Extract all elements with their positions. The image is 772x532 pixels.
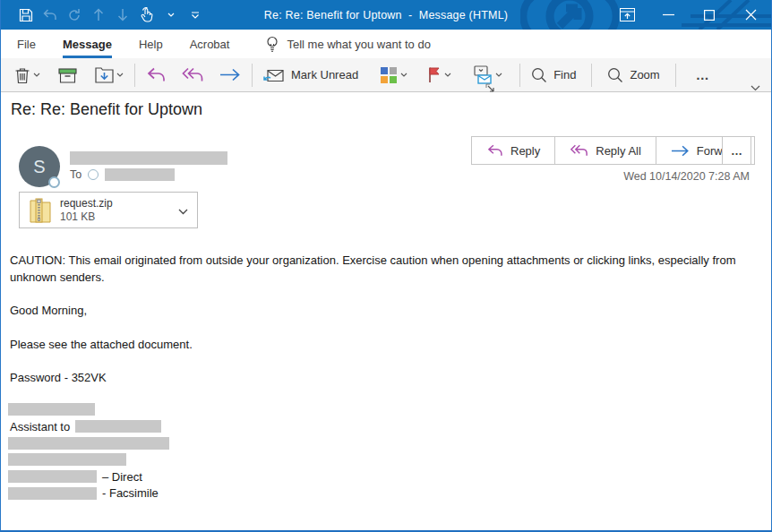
- ribbon-separator: [675, 64, 676, 87]
- tell-me-label: Tell me what you want to do: [287, 38, 430, 51]
- move-folder-icon: [95, 66, 114, 83]
- move-dropdown-icon[interactable]: [116, 73, 124, 77]
- signature-line: Assistant to: [8, 418, 169, 435]
- attachment-name: request.zip: [60, 197, 113, 210]
- message-actions: Reply Reply All Forward: [471, 136, 755, 165]
- search-icon: [531, 67, 547, 83]
- find-label: Find: [553, 68, 576, 82]
- ribbon-display-options-icon[interactable]: [606, 0, 648, 30]
- attachment-size: 101 KB: [60, 210, 113, 224]
- tab-message[interactable]: Message: [63, 30, 112, 58]
- close-icon[interactable]: [730, 0, 771, 30]
- zoom-label: Zoom: [630, 68, 659, 82]
- signature-facsimile-label: - Facsimile: [100, 486, 160, 500]
- recipient-name-redacted: [105, 168, 175, 181]
- ribbon-separator: [252, 64, 253, 87]
- recipient-row: To: [70, 168, 175, 181]
- body-password: Password - 352VK: [10, 371, 107, 384]
- lightbulb-icon: [266, 36, 279, 52]
- mark-unread-label: Mark Unread: [291, 68, 358, 82]
- undo-icon[interactable]: [38, 4, 62, 26]
- attachment-meta: request.zip 101 KB: [60, 197, 113, 224]
- follow-up-button[interactable]: [423, 62, 456, 89]
- follow-up-dropdown-icon[interactable]: [444, 73, 451, 77]
- move-up-icon[interactable]: [86, 4, 110, 26]
- attachment-dropdown-icon[interactable]: [178, 202, 188, 219]
- window-controls: [606, 0, 771, 30]
- collapse-ribbon-icon[interactable]: [751, 79, 760, 95]
- caution-banner-text: CAUTION: This email originated from outs…: [10, 252, 744, 286]
- delete-button[interactable]: [10, 62, 45, 89]
- signature-line: [8, 401, 169, 418]
- zoom-magnifier-icon: [607, 67, 623, 83]
- redacted-text: [8, 487, 97, 500]
- reply-all-icon: [182, 67, 203, 82]
- reply-icon: [146, 67, 166, 82]
- move-down-icon[interactable]: [110, 4, 134, 26]
- tags-group: Mark Unread: [259, 58, 507, 91]
- minimize-icon[interactable]: [648, 0, 689, 30]
- reply-label: Reply: [510, 144, 540, 158]
- more-actions-button[interactable]: …: [722, 136, 751, 165]
- signature-line: [8, 434, 169, 451]
- trash-icon: [14, 66, 30, 84]
- find-button[interactable]: Find: [527, 62, 580, 89]
- redacted-text: [8, 470, 97, 483]
- recipient-presence-icon: [88, 169, 99, 180]
- delete-group: [10, 58, 128, 91]
- quick-access-toolbar: [13, 4, 207, 26]
- redacted-text: [75, 420, 161, 433]
- touch-mouse-mode-icon[interactable]: [134, 4, 159, 26]
- message-date: Wed 10/14/2020 7:28 AM: [623, 170, 750, 183]
- reply-all-label: Reply All: [596, 144, 641, 158]
- signature-line: – Direct: [8, 468, 169, 485]
- touch-mode-dropdown-icon[interactable]: [159, 4, 183, 26]
- tab-file[interactable]: File: [17, 30, 36, 58]
- attachment-chip[interactable]: request.zip 101 KB: [19, 192, 198, 228]
- title-bar: Re: Re: Benefit for Uptown - Message (HT…: [1, 0, 771, 30]
- tab-acrobat[interactable]: Acrobat: [190, 30, 230, 58]
- save-icon[interactable]: [13, 4, 38, 26]
- forward-button[interactable]: [215, 62, 245, 89]
- dialog-launcher-icon[interactable]: [485, 81, 495, 97]
- presence-badge: [48, 176, 60, 188]
- signature-block: Assistant to – Direct - Facsimile: [8, 401, 169, 502]
- signature-line: [8, 451, 169, 468]
- zoom-button[interactable]: Zoom: [603, 62, 664, 89]
- delete-dropdown-icon[interactable]: [33, 73, 40, 77]
- reply-header-button[interactable]: Reply: [472, 137, 555, 164]
- reply-button[interactable]: [142, 62, 170, 89]
- reply-all-header-button[interactable]: Reply All: [555, 137, 656, 164]
- signature-assistant-prefix: Assistant to: [8, 420, 72, 433]
- ribbon-tab-bar: File Message Help Acrobat Tell me what y…: [1, 30, 771, 58]
- ribbon-separator: [519, 64, 520, 87]
- tell-me-box[interactable]: Tell me what you want to do: [266, 30, 430, 58]
- archive-button[interactable]: [54, 62, 81, 89]
- mark-unread-icon: [263, 66, 285, 83]
- more-commands-button[interactable]: …: [687, 67, 719, 82]
- respond-group: [142, 58, 245, 91]
- avatar-initial: S: [33, 157, 45, 177]
- reply-all-button[interactable]: [177, 62, 208, 89]
- to-label: To: [70, 168, 81, 181]
- archive-icon: [58, 67, 77, 83]
- signature-line: - Facsimile: [8, 485, 169, 502]
- body-greeting: Good Morning,: [10, 304, 87, 317]
- categorize-dropdown-icon[interactable]: [400, 73, 407, 77]
- mark-unread-button[interactable]: Mark Unread: [259, 62, 363, 89]
- move-button[interactable]: [90, 62, 128, 89]
- maximize-icon[interactable]: [689, 0, 730, 30]
- rules-dropdown-icon[interactable]: [495, 73, 502, 77]
- tab-help[interactable]: Help: [139, 30, 163, 58]
- body-line: Please see the attached document.: [10, 338, 193, 351]
- editing-group: Find Zoom …: [527, 58, 719, 91]
- categorize-button[interactable]: [375, 62, 412, 89]
- outlook-message-window: Re: Re: Benefit for Uptown - Message (HT…: [0, 0, 772, 532]
- message-subject: Re: Re: Benefit for Uptown: [11, 100, 202, 119]
- zip-file-icon: [29, 197, 52, 224]
- customize-quick-access-toolbar-icon[interactable]: [183, 4, 207, 26]
- ribbon-separator: [134, 64, 135, 87]
- categorize-icon: [380, 66, 398, 84]
- redo-icon[interactable]: [62, 4, 86, 26]
- signature-direct-label: – Direct: [100, 470, 144, 484]
